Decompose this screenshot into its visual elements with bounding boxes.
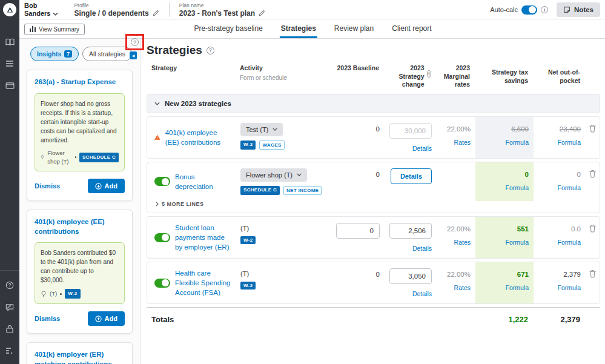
card-icon[interactable] (5, 81, 15, 90)
form-badge: SCHEDULE C (240, 186, 280, 195)
tab-review-plan[interactable]: Review plan (333, 20, 375, 38)
section-new-strategies[interactable]: New 2023 strategies (147, 94, 600, 113)
plus-circle-icon (95, 316, 102, 322)
formula-link[interactable]: Formula (538, 184, 581, 191)
strategy-toggle[interactable] (154, 177, 170, 186)
delete-row-icon[interactable] (586, 117, 600, 158)
chevron-down-icon (53, 12, 58, 16)
formula-link[interactable]: Formula (480, 139, 529, 146)
net-out-of-pocket-value: 0.0 (571, 225, 581, 233)
insight-card-title[interactable]: 401(k) employer (ER) matching contributi… (35, 350, 125, 364)
formula-link[interactable]: Formula (538, 284, 581, 291)
profile-label: Profile (74, 2, 159, 8)
panel-help-icon[interactable]: ? (131, 38, 139, 46)
strategies-help-icon[interactable]: ? (207, 47, 214, 55)
tab-bar: Pre-strategy baseline Strategies Review … (193, 20, 432, 38)
dismiss-link[interactable]: Dismiss (35, 182, 60, 190)
plan-group: Plan name 2023 - Ron's Test plan (179, 2, 265, 18)
notes-icon (563, 6, 570, 13)
warning-icon (154, 133, 160, 142)
autocalc-toggle[interactable] (521, 5, 537, 15)
all-strategies-filter-pill[interactable]: All strategies (82, 47, 132, 61)
help-icon[interactable] (5, 280, 15, 290)
client-first-name: Bob (24, 2, 50, 10)
totals-label: Totals (147, 314, 235, 325)
view-summary-button[interactable]: View Summary (24, 24, 85, 35)
strategy-link[interactable]: Health care Flexible Spending Account (F… (175, 268, 231, 297)
strategy-link[interactable]: Bonus depreciation (175, 172, 231, 191)
strategy-change-input[interactable] (389, 268, 432, 284)
book-icon[interactable] (5, 37, 15, 47)
insight-card-title[interactable]: 401(k) employee (EE) contributions (35, 217, 125, 236)
tax-savings-value: 6,600 (511, 125, 529, 133)
totals-savings: 1,222 (475, 314, 533, 325)
formula-link[interactable]: Formula (538, 239, 581, 246)
strategy-change-info-icon[interactable]: i (427, 70, 431, 78)
strategy-row-fsa: Health care Flexible Spending Account (F… (147, 262, 600, 304)
tab-client-report[interactable]: Client report (391, 20, 432, 38)
strategy-change-input[interactable] (389, 123, 432, 139)
activity-text: (T) (240, 268, 326, 277)
list-icon[interactable] (5, 59, 15, 68)
client-last-name: Sanders (24, 10, 50, 18)
edit-profile-icon[interactable] (153, 10, 159, 16)
toolbar: View Summary Pre-strategy baseline Strat… (19, 20, 605, 39)
formula-link[interactable]: Formula (480, 184, 529, 191)
plus-circle-icon (95, 183, 102, 190)
collapse-panel-button[interactable]: ◀ (130, 51, 137, 59)
rates-link[interactable]: Rates (441, 284, 471, 291)
feedback-icon[interactable] (5, 302, 15, 312)
add-strategy-button[interactable]: Add (88, 179, 125, 193)
autocalc-label: Auto-calc (490, 6, 518, 13)
tax-savings-value: 671 (517, 271, 529, 278)
baseline-value: 0 (331, 262, 385, 303)
rates-link[interactable]: Rates (441, 239, 471, 246)
tab-strategies[interactable]: Strategies (280, 20, 317, 38)
baseline-input[interactable] (336, 223, 380, 239)
tab-pre-strategy-baseline[interactable]: Pre-strategy baseline (193, 20, 263, 38)
delete-row-icon[interactable] (586, 262, 600, 303)
form-badge: W-2 (65, 289, 80, 299)
details-link[interactable]: Details (389, 145, 432, 152)
panel-filters: Insights 7 All strategies (30, 47, 133, 61)
details-link[interactable]: Details (389, 245, 432, 252)
client-switcher[interactable]: Bob Sanders (24, 2, 58, 18)
strategy-toggle[interactable] (154, 279, 170, 288)
strategy-link[interactable]: Student loan payments made by employer (… (175, 223, 231, 252)
totals-net: 2,379 (533, 314, 585, 325)
details-button[interactable]: Details (391, 168, 432, 184)
delete-row-icon[interactable] (586, 217, 600, 258)
activity-select[interactable]: Flower shop (T) (240, 168, 307, 182)
insights-filter-pill[interactable]: Insights 7 (30, 47, 79, 61)
insight-body: Flower shop had no gross receipts. If th… (41, 99, 119, 145)
strategy-link[interactable]: 401(k) employee (EE) contributions (165, 128, 231, 147)
formula-link[interactable]: Formula (538, 139, 581, 146)
formula-link[interactable]: Formula (480, 284, 529, 291)
signout-icon[interactable] (5, 346, 15, 356)
baseline-value: 0 (331, 117, 385, 158)
lock-icon[interactable] (5, 324, 15, 334)
notes-button[interactable]: Notes (557, 2, 600, 17)
dismiss-link[interactable]: Dismiss (35, 315, 60, 322)
insight-body: Bob Sanders contributed $0 to the 401(k)… (41, 248, 119, 285)
rates-link[interactable]: Rates (441, 139, 471, 146)
chevron-right-icon (156, 202, 159, 207)
strategy-toggle[interactable] (154, 233, 170, 242)
edit-plan-icon[interactable] (259, 10, 265, 16)
col-strategy: Strategy (147, 64, 235, 94)
activity-select[interactable]: Test (T) (240, 123, 283, 136)
profile-group: Profile Single / 0 dependents (74, 2, 159, 18)
autocalc-info-icon[interactable]: i (541, 6, 548, 13)
table-header-row: Strategy Activity Form or schedule 2023 … (147, 64, 600, 94)
add-strategy-button[interactable]: Add (88, 311, 125, 326)
baseline-value: 0 (331, 162, 385, 201)
formula-link[interactable]: Formula (480, 239, 529, 246)
insight-card-title[interactable]: 263(a) - Startup Expense (35, 78, 125, 87)
strategy-change-input[interactable] (389, 223, 432, 239)
col-marginal-rates: 2023 Marginal rates (436, 64, 475, 94)
content: Insights 7 All strategies 263(a) - Start… (19, 39, 605, 364)
details-link[interactable]: Details (389, 290, 432, 297)
more-lines-toggle[interactable]: 5 MORE LINES (156, 201, 600, 207)
delete-row-icon[interactable] (586, 162, 600, 201)
col-tax-savings: Strategy tax savings (475, 64, 533, 94)
